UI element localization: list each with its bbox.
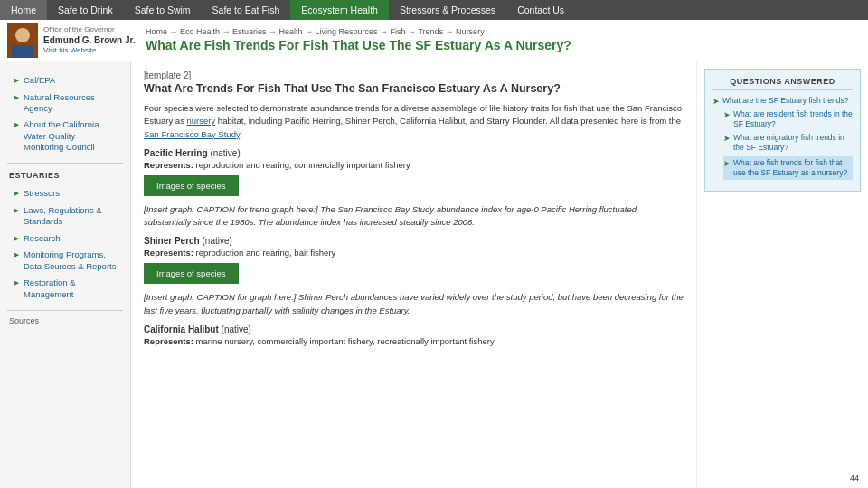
arrow-icon: ➤ — [13, 234, 20, 245]
species-name-shiner: Shiner Perch (native) — [144, 236, 684, 246]
content-title: What Are Trends For Fish That Use The Sa… — [144, 82, 684, 95]
qa-sub-migratory-label: What are migratory fish trends in the SF… — [733, 133, 853, 153]
sidebar-item-monitoring[interactable]: ➤ Monitoring Programs, Data Sources & Re… — [9, 247, 121, 275]
arrow-icon: ➤ — [712, 97, 720, 106]
page-title: What Are Fish Trends For Fish That Use T… — [146, 38, 861, 53]
sidebar-divider-2 — [7, 310, 123, 311]
species-represents-halibut: Represents: marine nursery, commercially… — [144, 336, 684, 346]
arrow-icon: ➤ — [13, 278, 20, 289]
sfbay-study-link[interactable]: San Francisco Bay Study — [144, 129, 240, 139]
intro-paragraph: Four species were selected to demonstrat… — [144, 102, 684, 141]
sidebar-estuary-links: ➤ Stressors ➤ Laws, Regulations & Standa… — [0, 182, 130, 305]
nav-ecosystem[interactable]: Ecosystem Health — [290, 0, 389, 20]
nav-contact[interactable]: Contact Us — [506, 0, 575, 20]
nav-home[interactable]: Home — [0, 0, 47, 20]
sources-label: Sources — [0, 314, 130, 327]
images-of-species-shiner-button[interactable]: Images of species — [144, 263, 239, 284]
qa-sub-migratory[interactable]: ➤ What are migratory fish trends in the … — [723, 133, 853, 153]
species-name-halibut: California Halibut (native) — [144, 324, 684, 334]
sidebar-item-natural-resources[interactable]: ➤ Natural Resources Agency — [9, 89, 121, 117]
arrow-icon: ➤ — [13, 189, 20, 200]
template-label: [template 2] — [144, 70, 684, 80]
nav-safe-swim[interactable]: Safe to Swim — [124, 0, 202, 20]
sidebar-item-calepa[interactable]: ➤ Cal/EPA — [9, 72, 121, 89]
governor-name: Edmund G. Brown Jr. — [43, 34, 136, 46]
caption-herring: [Insert graph. CAPTION for trend graph h… — [144, 203, 684, 230]
main-content: [template 2] What Are Trends For Fish Th… — [131, 61, 696, 488]
species-represents-herring: Represents: reproduction and rearing, co… — [144, 160, 684, 170]
arrow-icon: ➤ — [723, 159, 731, 168]
sidebar-item-research[interactable]: ➤ Research — [9, 230, 121, 248]
species-represents-shiner: Represents: reproduction and rearing, ba… — [144, 248, 684, 258]
qa-sub-nursery[interactable]: ➤ What are fish trends for fish that use… — [723, 156, 853, 180]
governor-photo — [7, 23, 38, 58]
arrow-icon: ➤ — [13, 250, 20, 261]
visit-website-link[interactable]: Visit his Website — [43, 46, 136, 55]
species-section-halibut: California Halibut (native) Represents: … — [144, 324, 684, 346]
breadcrumb: Home → Eco Health → Estuaries → Health →… — [146, 27, 861, 36]
nav-stressors[interactable]: Stressors & Processes — [389, 0, 506, 20]
nav-safe-fish[interactable]: Safe to Eat Fish — [202, 0, 291, 20]
arrow-icon: ➤ — [13, 93, 20, 104]
main-layout: ➤ Cal/EPA ➤ Natural Resources Agency ➤ A… — [0, 61, 868, 488]
caption-shiner: [Insert graph. CAPTION for graph here:] … — [144, 291, 684, 317]
page-header: Office of the Governor Edmund G. Brown J… — [0, 20, 868, 61]
arrow-icon: ➤ — [723, 134, 731, 143]
qa-item-trends-label: What are the SF Estuary fish trends? — [722, 96, 848, 106]
right-panel: QUESTIONS ANSWERED ➤ What are the SF Est… — [696, 61, 868, 488]
sidebar-section-title: ESTUARIES — [0, 167, 130, 182]
sidebar-item-stressors[interactable]: ➤ Stressors — [9, 185, 121, 202]
qa-item-trends[interactable]: ➤ What are the SF Estuary fish trends? — [712, 96, 853, 106]
questions-answered-box: QUESTIONS ANSWERED ➤ What are the SF Est… — [704, 69, 861, 192]
page-number: 44 — [850, 474, 859, 483]
svg-rect-2 — [12, 45, 33, 58]
qa-sub-resident-label: What are resident fish trends in the SF … — [733, 109, 853, 129]
arrow-icon: ➤ — [13, 76, 20, 87]
nav-safe-drink[interactable]: Safe to Drink — [47, 0, 124, 20]
qa-sub-nursery-label: What are fish trends for fish that use t… — [733, 158, 853, 178]
arrow-icon: ➤ — [13, 120, 20, 131]
qa-sub-resident[interactable]: ➤ What are resident fish trends in the S… — [723, 109, 853, 129]
sidebar-item-laws[interactable]: ➤ Laws, Regulations & Standards — [9, 202, 121, 230]
sidebar-item-restoration[interactable]: ➤ Restoration & Management — [9, 275, 121, 303]
nursery-link[interactable]: nursery — [187, 116, 216, 126]
logo-text: Office of the Governor Edmund G. Brown J… — [43, 25, 136, 56]
logo-area: Office of the Governor Edmund G. Brown J… — [7, 23, 138, 58]
sidebar-top-links: ➤ Cal/EPA ➤ Natural Resources Agency ➤ A… — [0, 69, 130, 159]
sidebar-item-about[interactable]: ➤ About the California Water Quality Mon… — [9, 117, 121, 155]
species-section-shiner: Shiner Perch (native) Represents: reprod… — [144, 236, 684, 317]
page-header-content: Home → Eco Health → Estuaries → Health →… — [138, 27, 861, 53]
species-name-herring: Pacific Herring (native) — [144, 148, 684, 158]
sidebar: ➤ Cal/EPA ➤ Natural Resources Agency ➤ A… — [0, 61, 131, 488]
qa-sub-items: ➤ What are resident fish trends in the S… — [723, 109, 853, 180]
top-navigation: Home Safe to Drink Safe to Swim Safe to … — [0, 0, 868, 20]
arrow-icon: ➤ — [723, 110, 731, 119]
svg-point-1 — [15, 28, 30, 42]
arrow-icon: ➤ — [13, 206, 20, 217]
species-section-herring: Pacific Herring (native) Represents: rep… — [144, 148, 684, 230]
qa-title: QUESTIONS ANSWERED — [712, 77, 853, 90]
sidebar-divider — [7, 163, 123, 164]
images-of-species-herring-button[interactable]: Images of species — [144, 175, 239, 196]
